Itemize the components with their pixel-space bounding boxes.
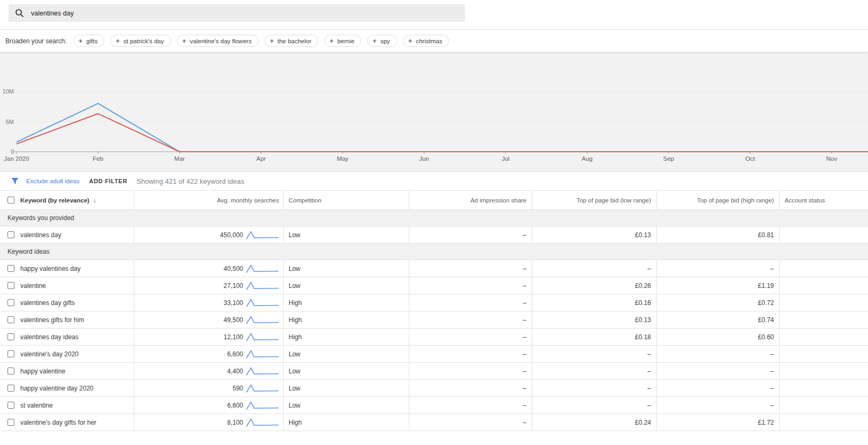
keyword-cell: valentines day gifts [0, 294, 134, 311]
x-axis-tick-label: Jun [419, 155, 429, 162]
low-bid-value: £0.24 [635, 419, 651, 426]
high-bid-value: – [770, 265, 774, 272]
broaden-chip-spy[interactable]: +spy [367, 35, 397, 47]
add-filter-button[interactable]: ADD FILTER [89, 178, 128, 184]
row-checkbox[interactable] [7, 368, 14, 374]
competition-cell: High [283, 329, 409, 345]
column-header-label: Keyword (by relevance) [20, 197, 89, 204]
account-status-cell [779, 397, 868, 413]
row-checkbox[interactable] [7, 265, 14, 272]
keyword-label: happy valentine [20, 368, 65, 375]
competition-cell: Low [283, 260, 409, 277]
row-checkbox[interactable] [7, 350, 14, 357]
ad-impression-share-value: – [523, 419, 526, 426]
row-checkbox[interactable] [7, 231, 14, 238]
plus-icon: + [270, 37, 274, 44]
keyword-label: st valentine [20, 402, 53, 409]
top-bid-high-cell: – [656, 346, 779, 362]
chart-line-searches-red [17, 114, 868, 152]
competition-cell: High [283, 414, 409, 431]
avg-searches-value: 40,500 [223, 265, 243, 272]
trend-sparkline [246, 366, 279, 376]
trend-sparkline [246, 349, 279, 359]
broaden-chip-gifts[interactable]: +gifts [73, 35, 105, 47]
keyword-label: valentine [20, 282, 46, 290]
chip-label: the bachelor [277, 38, 311, 44]
low-bid-value: £0.26 [635, 282, 651, 290]
top-bid-low-cell: – [532, 260, 656, 277]
row-checkbox[interactable] [7, 333, 14, 340]
column-header-label: Avg. monthly searches [217, 197, 279, 204]
broaden-chip-christmas[interactable]: +christmas [403, 35, 449, 47]
column-header-keyword[interactable]: Keyword (by relevance)↓ [0, 191, 134, 209]
keyword-label: valentines day [20, 231, 61, 239]
exclude-adult-ideas-link[interactable]: Exclude adult ideas [26, 178, 80, 184]
top-bid-low-cell: – [532, 397, 656, 413]
top-bid-high-cell: £0.74 [656, 311, 779, 328]
x-axis-tick-label: Feb [93, 155, 104, 162]
keyword-cell: valentines day [0, 227, 134, 243]
column-header-top-bid-high[interactable]: Top of page bid (high range) [656, 191, 779, 209]
table-row: valentines day gifts33,100High–£0.16£0.7… [0, 294, 868, 311]
top-bid-low-cell: – [532, 380, 656, 396]
column-header-ad-impression-share[interactable]: Ad impression share [409, 191, 532, 209]
row-checkbox[interactable] [7, 385, 14, 392]
high-bid-value: £1.72 [758, 419, 774, 426]
account-status-cell [779, 363, 868, 379]
table-row: happy valentine day 2020590Low––– [0, 380, 868, 397]
row-checkbox[interactable] [7, 282, 14, 289]
keyword-cell: valentine's day gifts for her [0, 414, 134, 431]
keyword-cell: valentine's day 2020 [0, 346, 134, 362]
trend-sparkline [246, 298, 279, 308]
avg-searches-cell: 4,400 [134, 363, 283, 379]
trend-chart-svg: 05M10MJan 2020FebMarAprMayJunJulAugSepOc… [0, 52, 868, 172]
column-header-top-bid-low[interactable]: Top of page bid (low range) [532, 191, 656, 209]
competition-cell: Low [283, 277, 409, 294]
competition-cell: High [283, 311, 409, 328]
row-checkbox[interactable] [7, 299, 14, 306]
ad-impression-share-value: – [523, 231, 526, 239]
broaden-chip-valentine-s-day-flowers[interactable]: +valentine's day flowers [177, 35, 259, 47]
competition-value: Low [289, 368, 300, 375]
x-axis-tick-label: Oct [746, 155, 756, 162]
ad-impression-share-value: – [523, 333, 526, 341]
broaden-chip-the-bachelor[interactable]: +the bachelor [265, 35, 319, 47]
trend-sparkline [246, 332, 279, 342]
avg-searches-cell: 6,600 [134, 397, 283, 413]
avg-searches-value: 49,500 [223, 316, 243, 324]
avg-searches-value: 33,100 [223, 299, 243, 307]
broaden-chip-st-patrick-s-day[interactable]: +st patrick's day [110, 35, 170, 47]
column-header-label: Account status [785, 197, 825, 204]
table-header-row: Keyword (by relevance)↓Avg. monthly sear… [0, 191, 868, 210]
low-bid-value: – [647, 385, 651, 392]
select-all-checkbox[interactable] [7, 197, 14, 204]
broaden-chip-bernie[interactable]: +bernie [324, 35, 362, 47]
search-input[interactable]: valentines day [9, 4, 465, 22]
account-status-cell [779, 346, 868, 362]
column-header-avg-monthly-searches[interactable]: Avg. monthly searches [134, 191, 283, 209]
trend-chart: 05M10MJan 2020FebMarAprMayJunJulAugSepOc… [0, 52, 868, 172]
ad-impression-share-value: – [523, 368, 526, 375]
avg-searches-cell: 12,100 [134, 329, 283, 345]
top-bid-low-cell: £0.13 [532, 311, 656, 328]
top-bid-high-cell: – [656, 397, 779, 413]
section-header-row: Keywords you provided [0, 210, 868, 227]
row-checkbox[interactable] [7, 419, 14, 426]
plus-icon: + [408, 37, 413, 44]
row-checkbox[interactable] [7, 402, 14, 409]
competition-cell: Low [283, 227, 409, 243]
avg-searches-value: 6,600 [227, 350, 243, 358]
keyword-cell: valentines gifts for him [0, 311, 134, 328]
top-bid-high-cell: – [656, 260, 779, 277]
account-status-cell [779, 294, 868, 311]
column-header-competition[interactable]: Competition [283, 191, 409, 209]
competition-cell: Low [283, 397, 409, 413]
top-bid-high-cell: £0.72 [656, 294, 779, 311]
avg-searches-cell: 40,500 [134, 260, 283, 277]
ad-impression-share-cell: – [409, 346, 532, 362]
column-header-account-status[interactable]: Account status [779, 191, 868, 209]
row-checkbox[interactable] [7, 316, 14, 323]
column-header-label: Competition [289, 197, 321, 204]
avg-searches-cell: 49,500 [134, 311, 283, 328]
competition-value: Low [289, 282, 300, 290]
